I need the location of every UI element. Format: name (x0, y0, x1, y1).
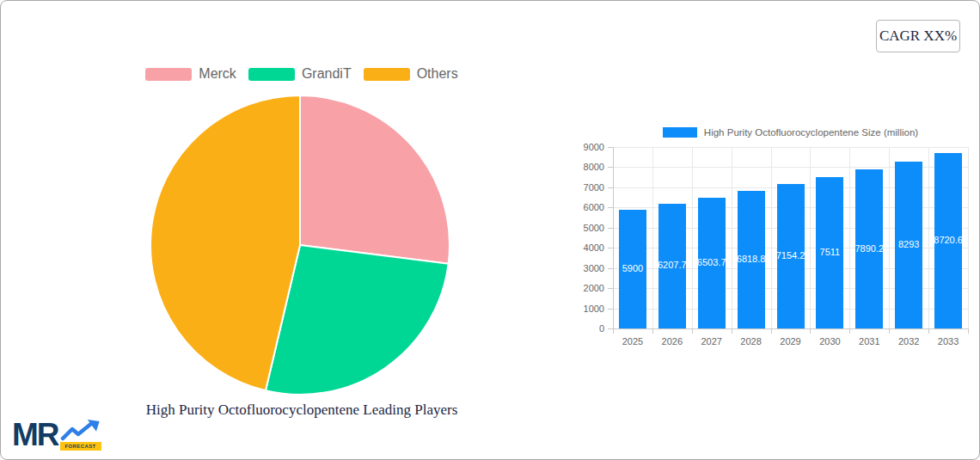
gridline-vertical (692, 147, 693, 328)
y-axis-label: 2000 (568, 283, 604, 293)
x-axis-label: 2032 (898, 336, 919, 347)
y-axis-label: 5000 (568, 223, 604, 233)
legend-label: GrandiT (302, 66, 352, 82)
bar-value-label: 8293 (898, 239, 919, 249)
legend-label: Others (417, 66, 458, 82)
y-axis-label: 7000 (568, 182, 604, 193)
bar-legend-label: High Purity Octofluorocyclopentene Size … (704, 127, 918, 138)
pie-chart (149, 94, 451, 396)
bar-value-label: 6503.7 (697, 257, 726, 267)
x-axis-tick (652, 328, 653, 334)
pie-chart-title: High Purity Octofluorocyclopentene Leadi… (1, 402, 603, 419)
bar-value-label: 7511 (820, 247, 841, 257)
x-axis-tick (810, 328, 811, 334)
y-axis-label: 8000 (568, 162, 604, 172)
gridline-vertical (652, 147, 653, 328)
legend-swatch (145, 68, 192, 81)
bar-value-label: 8720.6 (934, 235, 963, 245)
gridline-vertical (613, 147, 614, 328)
gridline-horizontal (613, 147, 968, 148)
gridline-vertical (849, 147, 850, 328)
y-axis-label: 9000 (568, 142, 604, 152)
pie-legend: MerckGrandiTOthers (1, 66, 603, 82)
cagr-badge-label: CAGR XX% (879, 28, 957, 45)
x-axis-label: 2031 (859, 336, 879, 347)
legend-item-grandit[interactable]: GrandiT (248, 66, 352, 82)
legend-item-others[interactable]: Others (364, 66, 458, 82)
chart-canvas: CAGR XX% MerckGrandiTOthers High Purity … (0, 0, 980, 460)
legend-swatch (248, 68, 295, 81)
pie-svg (149, 94, 451, 396)
y-axis-label: 6000 (568, 202, 604, 212)
x-axis-label: 2033 (938, 336, 959, 347)
gridline-vertical (928, 147, 929, 328)
x-axis-label: 2030 (819, 336, 840, 347)
legend-label: Merck (199, 66, 236, 82)
y-axis-label: 0 (568, 323, 604, 334)
gridline-vertical (968, 147, 969, 328)
gridline-vertical (732, 147, 732, 328)
y-axis-label: 4000 (568, 242, 604, 253)
bar-value-label: 5900 (622, 263, 643, 273)
bar-legend[interactable]: High Purity Octofluorocyclopentene Size … (613, 127, 968, 138)
gridline-vertical (771, 147, 772, 328)
bar-value-label: 6818.8 (737, 254, 766, 264)
legend-swatch (364, 68, 410, 81)
logo-forecast-badge: FORECAST (60, 442, 101, 451)
x-axis-tick (771, 328, 772, 334)
gridline-horizontal (613, 328, 968, 329)
cagr-badge: CAGR XX% (876, 20, 960, 52)
x-axis-label: 2027 (701, 336, 721, 347)
x-axis-tick (613, 328, 614, 334)
bar-legend-swatch (663, 127, 697, 138)
x-axis-tick (732, 328, 732, 334)
x-axis-tick (889, 328, 890, 334)
x-axis-label: 2026 (662, 336, 683, 347)
logo-art: FORECAST (60, 420, 101, 452)
logo-mr-text: MR (12, 420, 58, 451)
bar-value-label: 6207.7 (658, 260, 687, 270)
x-axis-tick (692, 328, 693, 334)
x-axis-label: 2029 (780, 336, 800, 347)
x-axis-label: 2025 (622, 336, 643, 347)
bar-value-label: 7890.2 (854, 243, 884, 254)
pie-slice-merck[interactable] (300, 95, 450, 264)
x-axis-tick (849, 328, 850, 334)
legend-item-merck[interactable]: Merck (145, 66, 236, 82)
gridline-vertical (810, 147, 811, 328)
y-axis-label: 3000 (568, 263, 604, 273)
bar-value-label: 7154.2 (776, 250, 805, 261)
y-axis-label: 1000 (568, 304, 604, 314)
mrforecast-logo: MR FORECAST (12, 420, 101, 452)
x-axis-label: 2028 (740, 336, 761, 347)
x-axis-tick (928, 328, 929, 334)
trend-arrow-icon (60, 420, 101, 444)
gridline-vertical (889, 147, 890, 328)
x-axis-tick (968, 328, 969, 334)
